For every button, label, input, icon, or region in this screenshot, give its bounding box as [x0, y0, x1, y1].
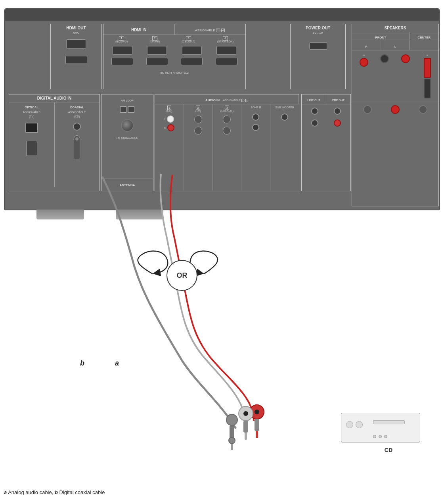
hdmi-in-box: HDMI IN ASSIGNABLE 1-4 1 (BD/DVD) 2 (GAM…: [103, 24, 246, 89]
cd-player: [341, 413, 420, 442]
coaxial-plug: [74, 135, 80, 159]
hdmi-in-connector-2: [146, 58, 168, 65]
hdmi-in-port-1: [113, 46, 132, 55]
hdmi-standard-label: 4K HDR / HDCP 2.2: [160, 71, 189, 75]
center-minus-post: [424, 79, 431, 98]
zone-b-port2: [252, 124, 259, 131]
front-l-post2: [419, 105, 427, 114]
antenna-section: AM LOOP FM UNBALANCE ANTENNA: [101, 94, 153, 191]
cblsat-r-rca-plug: [223, 127, 231, 135]
rca-plug-white-barrel: [243, 421, 248, 433]
digital-audio-in-label: DIGITAL AUDIO IN: [9, 94, 100, 102]
pre-out-port-l: [334, 108, 341, 115]
foot-left: [36, 210, 84, 219]
receiver-panel: HDMI OUT ARC HDMI IN ASSIGNABLE 1-4 1 (B…: [4, 8, 440, 210]
hdmi-out-connector: [65, 56, 87, 64]
antenna-label: ANTENNA: [119, 183, 135, 187]
hdmi-out-sub: ARC: [51, 31, 101, 35]
am-terminal-2: [128, 106, 134, 113]
center-plus-post: [424, 58, 431, 78]
front-r-label: R: [365, 45, 367, 48]
cd-player-knob-1: [346, 421, 353, 428]
caption-text1: Analog audio cable,: [8, 489, 53, 495]
hdmi-in-port-4: [216, 46, 236, 55]
audio-in-cblsat-label: (CBL/SAT): [220, 110, 233, 112]
fm-unbalance-label: FM UNBALANCE: [117, 137, 138, 139]
or-circle: OR: [166, 260, 197, 291]
coaxial-sub1: ASSIGNABLE: [68, 111, 86, 113]
rca-plug-red-center: [255, 410, 259, 414]
front-l-label: L: [394, 45, 396, 48]
audio-in-tv-label: (TV): [195, 110, 201, 112]
usb-port: [309, 42, 327, 50]
rca-plug-red: [250, 405, 264, 419]
center-label: CENTER: [417, 36, 431, 39]
coax-plug-top: [226, 414, 237, 425]
speakers-section: SPEAKERS FRONT CENTER R L +: [352, 24, 439, 206]
cd-r-port: [167, 124, 174, 131]
red-cable-a: [170, 175, 254, 421]
rca-plug-white: [239, 406, 253, 421]
coaxial-sub2: (CD): [74, 115, 80, 118]
speakers-label: SPEAKERS: [352, 24, 438, 32]
power-out-voltage: 5V / 1A: [291, 31, 345, 35]
front-r-minus-post: [380, 54, 389, 63]
coax-plug-barrel: [230, 425, 234, 439]
cd-player-btn-3: [384, 435, 387, 438]
line-out-port-r: [311, 119, 318, 127]
zone-b-port: [252, 113, 259, 121]
cd-l-port: [167, 115, 174, 123]
sub-woofer-label: SUB WOOFER: [275, 106, 294, 109]
audio-in-assignable: ASSIGNABLE 1-3: [223, 99, 248, 102]
caption: a Analog audio cable, b Digital coaxial …: [4, 489, 105, 495]
coax-plug-bottom: [229, 437, 235, 444]
line-pre-section: LINE OUT PRE OUT: [301, 94, 351, 191]
audio-in-section: AUDIO IN ASSIGNABLE 1-3 1 (CD) L R: [155, 94, 299, 191]
digital-audio-in-section: DIGITAL AUDIO IN OPTICAL ASSIGNABLE (TV)…: [9, 94, 100, 191]
optical-plug: [26, 141, 37, 156]
audio-in-label: AUDIO IN: [205, 98, 220, 102]
rca-plug-white-tip: [245, 433, 247, 440]
hdmi-out-port: [66, 39, 86, 49]
hdmi-in-label: HDMI IN: [131, 28, 146, 32]
hdmi-assignable-label: ASSIGNABLE 1-4: [195, 29, 225, 32]
fm-knob: [121, 119, 134, 132]
hdmi-in-1-sub: (BD/DVD): [115, 40, 128, 43]
power-out-label: POWER OUT: [291, 24, 345, 31]
am-terminal-1: [120, 106, 126, 113]
tv-l-rca-plug: [194, 115, 202, 123]
optical-label: OPTICAL: [25, 106, 38, 109]
optical-sub2: (TV): [29, 115, 34, 118]
line-out-port-l: [311, 108, 318, 115]
top-strip: [5, 9, 439, 21]
coaxial-port: [73, 123, 81, 131]
coaxial-label: COAXIAL: [70, 106, 84, 109]
hdmi-in-connector-1: [111, 58, 133, 65]
caption-b-label: b: [55, 489, 58, 495]
hdmi-in-connector-4: [216, 58, 237, 65]
front-r-post2: [363, 105, 372, 114]
pre-out-label: PRE OUT: [332, 99, 344, 102]
white-cable-a: [161, 174, 246, 423]
hdmi-in-port-2: [147, 46, 167, 55]
power-out-box: POWER OUT 5V / 1A: [290, 24, 346, 89]
front-label: FRONT: [375, 36, 387, 39]
audio-in-cd-label: (CD): [166, 110, 172, 112]
cd-player-display: [373, 420, 405, 424]
foot-right: [116, 210, 163, 219]
cd-player-btn-2: [379, 435, 382, 438]
rca-plug-red-barrel: [255, 419, 259, 431]
front-post-red2: [391, 105, 400, 114]
hdmi-out-label: HDMI OUT: [51, 24, 101, 31]
optical-sub1: ASSIGNABLE: [23, 111, 40, 113]
zone-b-label: ZONE B: [251, 106, 261, 109]
tv-r-rca-plug: [194, 127, 202, 135]
am-loop-label: AM LOOP: [121, 99, 134, 102]
coax-plug-tip: [231, 444, 233, 450]
cblsat-l-rca-plug: [223, 115, 231, 123]
rca-plug-red-tip: [256, 431, 258, 438]
hdmi-in-3-sub: (CBL/SAT): [182, 40, 195, 43]
cable-label-a: a: [115, 359, 119, 367]
pre-out-port-r: [334, 119, 341, 127]
front-r-plus-post: [360, 58, 368, 67]
